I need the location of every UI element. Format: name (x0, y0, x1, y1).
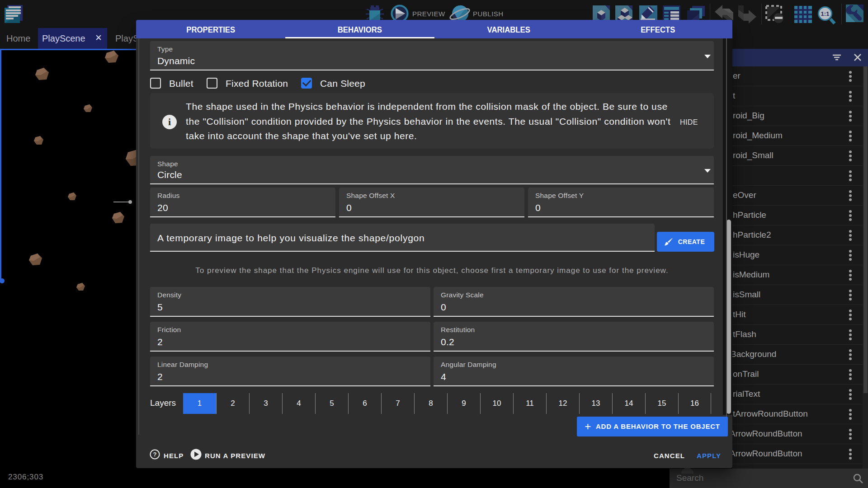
svg-text:?: ? (153, 451, 157, 458)
svg-text:1:1: 1:1 (821, 10, 830, 17)
